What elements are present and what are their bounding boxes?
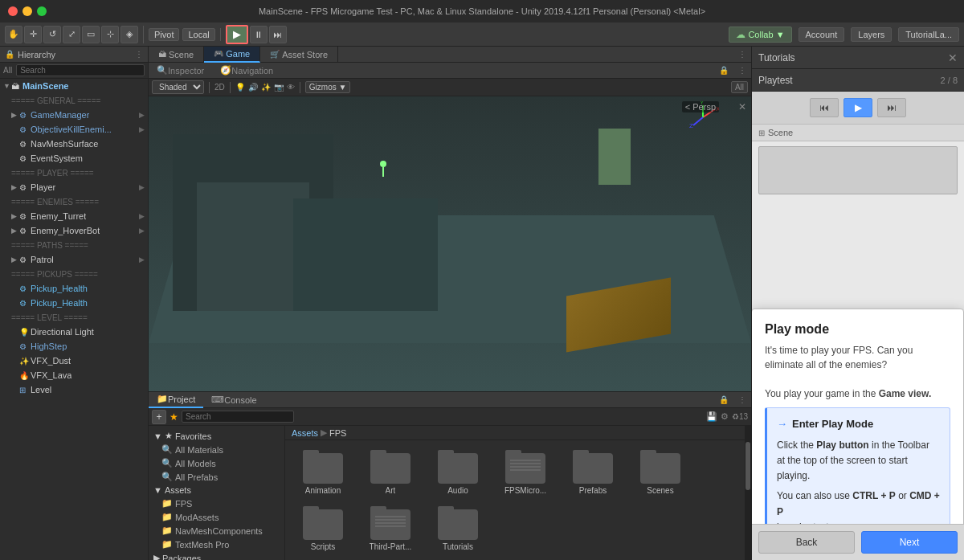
inspector-lock-icon[interactable]: 🔒: [714, 66, 733, 75]
search-icon-materials: 🔍: [161, 444, 173, 455]
sidebar-modassets[interactable]: 📁 ModAssets: [149, 510, 284, 524]
tutorial-rewind-button[interactable]: ⏮: [810, 98, 839, 117]
sidebar-packages[interactable]: ▶ Packages: [149, 551, 284, 560]
pause-button[interactable]: ⏸: [250, 26, 268, 43]
tree-item-level[interactable]: ⊞ Level: [0, 382, 148, 397]
account-button[interactable]: Account: [799, 27, 845, 42]
close-button[interactable]: [8, 6, 18, 16]
2d-toggle[interactable]: 2D: [214, 83, 225, 92]
local-button[interactable]: Local: [182, 28, 214, 41]
sidebar-all-prefabs[interactable]: 🔍 All Prefabs: [149, 470, 284, 484]
tree-item-eventsystem[interactable]: ⚙ EventSystem: [0, 151, 148, 166]
add-button[interactable]: +: [152, 410, 166, 424]
minimize-button[interactable]: [22, 6, 32, 16]
asset-audio[interactable]: Audio: [427, 447, 489, 498]
tree-item-vfxdust[interactable]: ✨ VFX_Dust: [0, 354, 148, 368]
view-tabs-menu[interactable]: ⋮: [733, 50, 751, 59]
tree-item-mainscene[interactable]: ▼ 🏔 MainScene: [0, 79, 148, 93]
tree-item-enemyturret[interactable]: ▶ ⚙ Enemy_Turret ▶: [0, 209, 148, 223]
tree-item-dirlight[interactable]: 💡 Directional Light: [0, 325, 148, 339]
lighting-icon[interactable]: 💡: [235, 83, 245, 92]
asset-animation[interactable]: Animation: [292, 447, 354, 498]
hand-tool-button[interactable]: ✋: [5, 26, 22, 43]
collab-button[interactable]: ☁ Collab ▼: [729, 27, 791, 43]
tree-item-pickup1[interactable]: ⚙ Pickup_Health: [0, 281, 148, 296]
fx-icon[interactable]: ✨: [261, 83, 271, 92]
tree-label-player: Player: [31, 182, 55, 192]
scale-tool-button[interactable]: ⤢: [63, 26, 80, 43]
rotate-tool-button[interactable]: ↺: [43, 26, 61, 43]
maximize-button[interactable]: [37, 6, 47, 16]
shading-select[interactable]: Shaded: [152, 80, 204, 94]
tab-inspector[interactable]: 🔍 Inspector: [149, 63, 212, 79]
sidebar-assets[interactable]: ▼ Assets: [149, 484, 284, 497]
hierarchy-search-input[interactable]: [16, 64, 145, 76]
asset-scenes[interactable]: Scenes: [629, 447, 692, 498]
sidebar-all-models[interactable]: 🔍 All Models: [149, 456, 284, 470]
tutorial-forward-button[interactable]: ⏭: [877, 98, 906, 117]
tutorial-button[interactable]: TutorialLa...: [898, 27, 959, 42]
tree-label-vfxdust: VFX_Dust: [31, 356, 71, 366]
asset-thirdpart[interactable]: Third-Part...: [359, 503, 422, 554]
bottom-menu-icon[interactable]: ⋮: [733, 395, 751, 404]
scrollbar-thumb[interactable]: [745, 442, 750, 490]
camera-icon[interactable]: 📷: [274, 83, 284, 92]
scene-close-icon[interactable]: ✕: [738, 101, 746, 112]
tab-project[interactable]: 📁 Project: [149, 392, 203, 408]
all-layers-button[interactable]: All: [731, 81, 748, 93]
tree-more-gamemanager[interactable]: ▶: [139, 111, 148, 119]
tree-item-highstep[interactable]: ⚙ HighStep: [0, 339, 148, 354]
tutorial-play-button[interactable]: ▶: [844, 98, 872, 117]
next-button[interactable]: Next: [861, 531, 958, 554]
asset-scripts[interactable]: Scripts: [292, 503, 354, 554]
sidebar-all-materials[interactable]: 🔍 All Materials: [149, 443, 284, 456]
custom-tool-button[interactable]: ◈: [120, 26, 138, 43]
tree-item-player[interactable]: ▶ ⚙ Player ▶: [0, 180, 148, 194]
transform-tool-button[interactable]: ⊹: [101, 26, 119, 43]
scene-preview-text: Scene: [768, 128, 793, 137]
hierarchy-header: 🔒 Hierarchy ⋮: [0, 47, 148, 63]
pivot-button[interactable]: Pivot: [149, 28, 179, 41]
sidebar-navmeshcomponents[interactable]: 📁 NavMeshComponents: [149, 524, 284, 538]
asset-prefabs[interactable]: Prefabs: [562, 447, 624, 498]
project-search-input[interactable]: [182, 411, 294, 423]
tree-item-patrol[interactable]: ▶ ⚙ Patrol ▶: [0, 252, 148, 267]
tree-item-pickup2[interactable]: ⚙ Pickup_Health: [0, 296, 148, 310]
tab-asset-store[interactable]: 🛒 Asset Store: [260, 47, 338, 63]
tab-game[interactable]: 🎮 Game: [204, 47, 260, 63]
tutorials-content: ⏮ ▶ ⏭ ⊞ Scene Play mode It's time to pla…: [752, 92, 964, 524]
inspector-menu-icon[interactable]: ⋮: [733, 66, 751, 75]
tree-label-mainscene: MainScene: [22, 81, 68, 91]
sidebar-fps[interactable]: 📁 FPS: [149, 497, 284, 510]
tutorials-close-button[interactable]: ✕: [948, 51, 958, 64]
tab-navigation[interactable]: 🧭 Navigation: [212, 63, 281, 79]
save-icon[interactable]: 💾: [706, 411, 717, 422]
bottom-lock-icon[interactable]: 🔒: [714, 395, 733, 404]
scene-viewport[interactable]: X Y Z < Persp ✕: [149, 96, 751, 391]
asset-fpsmicro[interactable]: FPSMicro...: [494, 447, 557, 498]
move-tool-button[interactable]: ✛: [24, 26, 42, 43]
tree-item-vfxlava[interactable]: 🔥 VFX_Lava: [0, 368, 148, 382]
tree-item-gamemanager[interactable]: ▶ ⚙ GameManager ▶: [0, 108, 148, 122]
step-button[interactable]: ⏭: [269, 26, 287, 43]
tab-console[interactable]: ⌨ Console: [203, 392, 264, 408]
back-button[interactable]: Back: [758, 531, 855, 554]
audio-icon[interactable]: 🔊: [248, 83, 258, 92]
tree-item-navmesh[interactable]: ⚙ NavMeshSurface: [0, 137, 148, 151]
layers-button[interactable]: Layers: [851, 27, 892, 42]
asset-art[interactable]: Art: [359, 447, 422, 498]
assets-scrollbar[interactable]: [745, 426, 751, 560]
settings-icon[interactable]: ⚙: [721, 411, 729, 422]
asset-tutorials[interactable]: Tutorials: [427, 503, 489, 554]
hierarchy-menu-icon[interactable]: ⋮: [135, 50, 143, 59]
sidebar-favorites[interactable]: ▼ ★ Favorites: [149, 429, 284, 443]
gizmos-button[interactable]: Gizmos ▼: [305, 81, 351, 93]
sidebar-textmeshpro[interactable]: 📁 TextMesh Pro: [149, 538, 284, 551]
tree-item-objectivekill[interactable]: ⚙ ObjectiveKillEnemi... ▶: [0, 122, 148, 137]
play-button[interactable]: ▶: [226, 25, 248, 44]
tree-item-enemyhoverbot[interactable]: ▶ ⚙ Enemy_HoverBot ▶: [0, 223, 148, 238]
scene-visibility-icon[interactable]: 👁: [287, 83, 295, 92]
rect-tool-button[interactable]: ▭: [82, 26, 100, 43]
hierarchy-lock-icon[interactable]: 🔒: [5, 50, 14, 59]
tab-scene[interactable]: 🏔 Scene: [149, 47, 204, 63]
